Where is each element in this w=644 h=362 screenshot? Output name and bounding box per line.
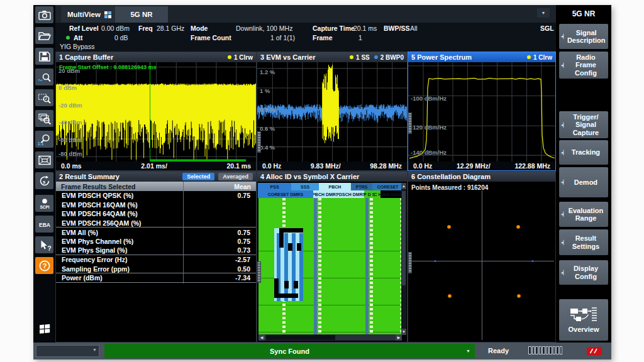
- zoom-signal-icon[interactable]: [35, 69, 53, 85]
- window-evm-carrier[interactable]: 3 EVM vs Carrier 1 SS 2 BWP0 1.2 %1 %0.8…: [257, 52, 408, 171]
- y-tick-label: -20 dBm: [58, 102, 82, 109]
- softkey-evaluation[interactable]: ◂▏Evaluation Range: [559, 202, 608, 227]
- table-row[interactable]: Frequency Error (Hz)-2.57: [56, 255, 256, 265]
- table-row[interactable]: EVM PDSCH QPSK (%)0.75: [56, 191, 256, 200]
- window-capture-buffer[interactable]: 1 Capture Buffer 1 Clrw Frame Start Offs…: [55, 52, 257, 171]
- alloc-id-header[interactable]: 4 Alloc ID vs Symbol X Carrier: [257, 172, 407, 182]
- capture-buffer-xaxis: 0.0 ms 2.01 ms/ 20.1 ms: [56, 162, 256, 170]
- alloc-vertical-scrollbar[interactable]: ▲▼: [401, 183, 406, 335]
- softkey-overview[interactable]: Overview: [559, 299, 608, 341]
- softkey-trigger-[interactable]: ◂▏Trigger/ Signal Capture: [559, 111, 608, 138]
- status-dropdown[interactable]: ▼: [36, 345, 99, 357]
- table-row[interactable]: EVM PDSCH 64QAM (%): [56, 209, 256, 219]
- table-row[interactable]: EVM All (%)0.75: [56, 228, 256, 237]
- power-spectrum-title: 5 Power Spectrum: [411, 53, 472, 61]
- power-spectrum-xaxis: 0.0 Hz 12.29 MHz/ 122.88 MHz: [408, 162, 555, 170]
- legend-ptrs: PTRS: [351, 183, 373, 190]
- row-label: EVM PDSCH 16QAM (%): [56, 201, 138, 209]
- capture-buffer-plot[interactable]: Frame Start Offset : 9.088126943 ms 20 d…: [56, 62, 256, 162]
- open-file-icon[interactable]: [35, 27, 53, 44]
- power-spectrum-header[interactable]: 5 Power Spectrum 1 Clrw: [408, 52, 555, 62]
- scrollbar-thumb[interactable]: [266, 335, 335, 340]
- row-value: -2.57: [235, 256, 256, 263]
- softkey-demod[interactable]: ◂▏Demod: [559, 167, 608, 197]
- frame-count-label: Frame Count: [191, 34, 231, 41]
- alloc-horizontal-scrollbar[interactable]: ◀▶: [258, 334, 402, 341]
- zoom-icon[interactable]: [35, 89, 53, 106]
- result-summary-header[interactable]: 2 Result Summary Selected Averaged: [56, 172, 256, 182]
- constellation-header[interactable]: 6 Constellation Diagram: [408, 172, 555, 182]
- power-spectrum-plot[interactable]: -100 dBm/Hz-120 dBm/Hz-140 dBm/Hz: [408, 62, 555, 162]
- table-row[interactable]: Sampling Error (ppm)0.50: [56, 265, 256, 274]
- eba-icon[interactable]: EBA: [35, 216, 53, 233]
- softkey-signal[interactable]: ◂▏Signal Description: [559, 24, 608, 49]
- sync-status-bar[interactable]: Sync Found▼: [104, 344, 475, 358]
- table-row[interactable]: EVM Phys Signal (%)0.73: [56, 246, 256, 256]
- softkey-display[interactable]: ◂▏Display Config: [559, 260, 608, 285]
- measurement-info-bar[interactable]: Ref Level 0.00 dBm Freq 28.1 GHz Mode Do…: [55, 23, 556, 52]
- legend-pss: PSS: [258, 183, 291, 190]
- chevron-down-icon: ▼: [466, 349, 470, 353]
- tab-averaged[interactable]: Averaged: [218, 173, 253, 180]
- display-frame-icon[interactable]: [35, 151, 53, 168]
- restart-sweep-icon[interactable]: s: [35, 172, 53, 189]
- multi-window-zoom-icon[interactable]: [35, 110, 53, 127]
- window-grip[interactable]: [257, 261, 261, 283]
- legend-c-h: C H: [375, 190, 380, 198]
- softkey-arrow-icon: ◂▏: [561, 34, 567, 39]
- tabbar-dropdown[interactable]: ▼: [537, 8, 550, 18]
- help-icon[interactable]: ?: [35, 257, 53, 274]
- scroll-right-icon[interactable]: ▶: [396, 334, 402, 341]
- constellation-plot[interactable]: [408, 182, 555, 342]
- table-row[interactable]: Power (dBm)-7.34: [56, 273, 256, 283]
- x-tick: 2.01 ms/: [141, 162, 167, 170]
- scrollbar-thumb[interactable]: [402, 191, 406, 285]
- softkey-result[interactable]: ◂▏Result Settings: [559, 229, 608, 255]
- window-grip[interactable]: [408, 252, 412, 273]
- row-label: EVM PDSCH 256QAM (%): [56, 219, 142, 227]
- alloc-map-plot[interactable]: [258, 198, 403, 335]
- y-tick-label: -120 dBm/Hz: [411, 124, 447, 131]
- softkey-radio[interactable]: ◂▏Radio Frame Config: [559, 52, 608, 79]
- save-icon[interactable]: [35, 48, 53, 65]
- scpi-recorder-icon[interactable]: SCPI: [35, 195, 53, 212]
- table-row[interactable]: EVM Phys Channel (%)0.75: [56, 237, 256, 246]
- scroll-up-icon[interactable]: ▲: [401, 183, 406, 189]
- scroll-down-icon[interactable]: ▼: [401, 329, 406, 335]
- analyzer-ui: 1:1 s SCPI EBA ? ? MultiView 5G NR ▼ Ref…: [33, 5, 611, 359]
- tab-5gnr[interactable]: 5G NR: [115, 6, 168, 23]
- legend-not-used: Not Used: [380, 190, 403, 198]
- capture-buffer-header[interactable]: 1 Capture Buffer 1 Clrw: [56, 52, 256, 62]
- progress-indicator: [528, 346, 562, 354]
- softkey-arrow-icon: ◂▏: [561, 63, 567, 68]
- softkey-tracking[interactable]: ◂▏Tracking: [559, 140, 608, 165]
- trace1-dot: [527, 55, 531, 59]
- scroll-left-icon[interactable]: ◀: [258, 334, 265, 341]
- ssb-block: [274, 228, 303, 301]
- window-alloc-id[interactable]: 4 Alloc ID vs Symbol X Carrier PSSSSSPBC…: [257, 171, 408, 343]
- window-power-spectrum[interactable]: 5 Power Spectrum 1 Clrw -100 dBm/Hz-120 …: [408, 52, 556, 171]
- evm-legend-ss: 1 SS: [356, 54, 370, 61]
- tab-multiview[interactable]: MultiView: [61, 6, 118, 23]
- row-label: Power (dBm): [56, 274, 103, 282]
- window-result-summary[interactable]: 2 Result Summary Selected Averaged Frame…: [55, 171, 257, 343]
- windows-start-icon[interactable]: [35, 319, 53, 336]
- context-help-icon[interactable]: ?: [35, 236, 53, 253]
- zoom-1to1-icon[interactable]: 1:1: [35, 131, 53, 148]
- row-label: EVM Phys Channel (%): [56, 238, 133, 245]
- svg-text:s: s: [43, 178, 45, 184]
- evm-carrier-header[interactable]: 3 EVM vs Carrier 1 SS 2 BWP0: [257, 52, 407, 62]
- table-row[interactable]: EVM PDSCH 256QAM (%): [56, 219, 256, 228]
- sgl-badge: SGL: [540, 25, 554, 32]
- softkey-arrow-icon: ◂▏: [561, 212, 567, 217]
- tab-selected[interactable]: Selected: [182, 173, 214, 180]
- evm-carrier-plot[interactable]: 1.2 %1 %0.8 %0.6 %0.4 %: [257, 62, 407, 162]
- screenshot-icon[interactable]: [35, 6, 53, 23]
- freq-label: Freq: [138, 25, 153, 32]
- table-row[interactable]: EVM PDSCH 16QAM (%): [56, 200, 256, 210]
- row-value: -7.34: [235, 274, 256, 282]
- window-grip[interactable]: [257, 131, 261, 153]
- softkey-arrow-icon: ◂▏: [561, 240, 567, 245]
- window-grip[interactable]: [408, 112, 412, 134]
- window-constellation[interactable]: 6 Constellation Diagram Points Measured …: [408, 171, 556, 343]
